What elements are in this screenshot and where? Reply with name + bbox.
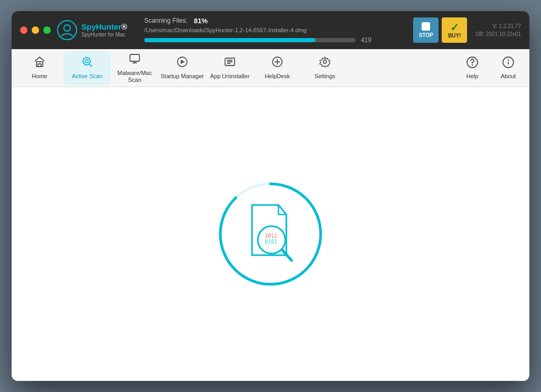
scan-count: 419: [361, 36, 371, 44]
sidebar-item-help[interactable]: Help: [455, 51, 489, 85]
svg-rect-7: [130, 54, 139, 61]
sidebar-item-helpdesk[interactable]: HelpDesk: [254, 51, 301, 85]
nav-items: Home Active Scan: [16, 51, 455, 85]
app-window: SpyHunter® SpyHunter for Mac Scanning Fi…: [12, 11, 529, 381]
active-scan-label: Active Scan: [72, 73, 102, 79]
sidebar-item-about[interactable]: About: [491, 51, 525, 85]
startup-manager-icon: [176, 56, 188, 71]
main-content: 1011 0101: [12, 87, 529, 381]
svg-text:0101: 0101: [265, 239, 277, 245]
settings-label: Settings: [314, 73, 335, 79]
sidebar-item-startup-manager[interactable]: Startup Manager: [158, 51, 206, 85]
settings-icon: [319, 56, 331, 71]
svg-marker-11: [181, 60, 185, 64]
stop-icon: [422, 22, 430, 31]
close-button[interactable]: [20, 26, 27, 34]
sidebar-item-app-uninstaller[interactable]: App Uninstaller: [206, 51, 254, 85]
malware-scan-icon: [129, 53, 141, 68]
svg-point-21: [472, 65, 473, 66]
stop-label: STOP: [419, 32, 433, 38]
active-scan-icon: [81, 56, 93, 71]
svg-point-24: [508, 60, 509, 61]
scan-file-path: /Users/mac/Downloads/SpyHunter-1.2-14-65…: [144, 27, 366, 33]
db-version: DB: 2021.10.22x01: [475, 30, 521, 38]
app-uninstaller-icon: [224, 56, 236, 71]
progress-bar-fill: [144, 38, 315, 42]
scan-inner-icon: 1011 0101: [239, 200, 302, 268]
about-icon: [502, 56, 515, 71]
malware-scan-label: Malware/Mac Scan: [111, 70, 158, 82]
scan-info: Scanning Files: 81% /Users/mac/Downloads…: [140, 17, 413, 44]
version-number: V: 1.2.21.77: [475, 22, 521, 30]
logo-sub: SpyHunter for Mac: [81, 32, 127, 38]
svg-line-5: [89, 64, 92, 67]
file-search-icon: 1011 0101: [239, 200, 302, 268]
scan-label: Scanning Files:: [144, 17, 188, 24]
toolbar: Home Active Scan: [12, 49, 529, 87]
about-label: About: [501, 73, 516, 79]
svg-point-6: [85, 60, 88, 63]
helpdesk-icon: [272, 56, 283, 71]
nav-right-items: Help About: [455, 51, 525, 85]
sidebar-item-settings[interactable]: Settings: [301, 51, 349, 85]
help-icon: [466, 56, 479, 71]
logo-name: SpyHunter®: [81, 23, 127, 32]
maximize-button[interactable]: [43, 26, 51, 34]
svg-point-4: [83, 58, 90, 65]
title-bar: SpyHunter® SpyHunter for Mac Scanning Fi…: [12, 11, 529, 49]
buy-check-icon: ✓: [450, 22, 459, 33]
spyhunter-logo-icon: [57, 20, 77, 40]
buy-label: BUY!: [448, 33, 461, 39]
help-label: Help: [467, 73, 479, 79]
stop-button[interactable]: STOP: [413, 17, 439, 43]
svg-text:1011: 1011: [265, 233, 277, 239]
scan-animation: 1011 0101: [212, 176, 329, 292]
svg-point-19: [323, 60, 327, 63]
buy-button[interactable]: ✓ BUY!: [442, 17, 467, 43]
sidebar-item-malware-scan[interactable]: Malware/Mac Scan: [111, 51, 158, 85]
scan-percent: 81%: [194, 17, 208, 25]
svg-point-1: [64, 25, 70, 31]
app-uninstaller-label: App Uninstaller: [210, 73, 250, 79]
helpdesk-label: HelpDesk: [265, 73, 290, 79]
sidebar-item-active-scan[interactable]: Active Scan: [63, 51, 111, 85]
startup-manager-label: Startup Manager: [161, 73, 204, 79]
progress-bar-background: [144, 38, 356, 42]
version-info: V: 1.2.21.77 DB: 2021.10.22x01: [475, 22, 521, 38]
svg-rect-3: [38, 64, 41, 67]
minimize-button[interactable]: [32, 26, 39, 34]
home-icon: [34, 56, 45, 71]
svg-point-0: [58, 21, 77, 40]
sidebar-item-home[interactable]: Home: [16, 51, 63, 85]
traffic-lights: [20, 26, 51, 34]
home-label: Home: [32, 73, 47, 79]
app-logo: SpyHunter® SpyHunter for Mac: [57, 20, 127, 40]
